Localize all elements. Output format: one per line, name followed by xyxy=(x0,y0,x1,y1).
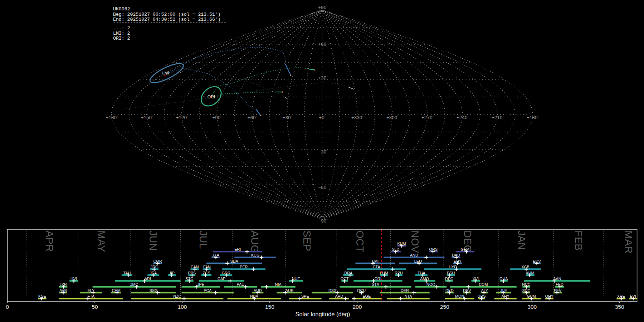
svg-text:OCT: OCT xyxy=(354,230,366,253)
svg-text:UK0062: UK0062 xyxy=(113,6,130,12)
svg-text:ORS: ORS xyxy=(429,247,438,252)
svg-text:AUG: AUG xyxy=(249,230,260,253)
svg-text:GEM: GEM xyxy=(461,247,470,252)
svg-text:150: 150 xyxy=(265,304,274,310)
svg-text:KSE: KSE xyxy=(38,294,46,298)
svg-text:AHY: AHY xyxy=(502,294,509,298)
svg-text:NTA: NTA xyxy=(405,294,413,298)
svg-text:250: 250 xyxy=(440,304,449,310)
svg-text:+300°: +300° xyxy=(386,115,399,120)
svg-text:200: 200 xyxy=(352,304,362,310)
svg-text:GDR: GDR xyxy=(222,271,230,275)
svg-text:+180°: +180° xyxy=(527,115,539,120)
svg-text:COM: COM xyxy=(479,282,488,287)
svg-text:THA: THA xyxy=(418,271,425,275)
svg-text:JAN: JAN xyxy=(516,230,527,250)
svg-text:ARI: ARI xyxy=(145,277,151,281)
svg-text:DRA: DRA xyxy=(344,271,353,275)
svg-text:SPE: SPE xyxy=(301,294,309,298)
svg-text:PAU: PAU xyxy=(237,282,244,287)
svg-text:FEV: FEV xyxy=(554,288,562,293)
svg-text:JUL: JUL xyxy=(197,230,209,249)
svg-text:350: 350 xyxy=(615,304,624,310)
svg-text:CTA: CTA xyxy=(373,265,381,269)
svg-text:------------------------------: ---------------------------------------- xyxy=(113,20,226,25)
svg-text:+90°: +90° xyxy=(212,115,221,120)
svg-text:...: 2: ...: 2 xyxy=(113,25,130,31)
svg-text:MON: MON xyxy=(455,294,464,298)
svg-text:LMI: 2: LMI: 2 xyxy=(113,31,130,36)
svg-text:NZC: NZC xyxy=(173,294,181,298)
svg-text:+90°: +90° xyxy=(318,5,327,10)
svg-text:XCB: XCB xyxy=(522,265,530,269)
svg-text:ZCS: ZCS xyxy=(203,271,210,275)
svg-text:ORI: ORI xyxy=(208,94,215,99)
svg-text:CAM: CAM xyxy=(112,288,121,293)
svg-text:AND: AND xyxy=(410,253,418,257)
svg-text:+270°: +270° xyxy=(421,115,434,120)
svg-text:APR: APR xyxy=(44,230,55,252)
svg-text:MAR: MAR xyxy=(623,230,634,253)
svg-text:+330°: +330° xyxy=(351,115,364,120)
svg-text:−60°: −60° xyxy=(318,185,327,190)
svg-text:+60°: +60° xyxy=(248,115,257,120)
svg-text:LYR: LYR xyxy=(59,282,67,287)
svg-text:DSX: DSX xyxy=(328,288,336,293)
svg-text:TAH: TAH xyxy=(123,271,131,275)
svg-text:NOO: NOO xyxy=(426,282,435,287)
svg-text:300: 300 xyxy=(527,304,537,310)
svg-text:−30°: −30° xyxy=(318,149,327,155)
svg-text:SSG: SSG xyxy=(150,288,158,293)
svg-text:XUM: XUM xyxy=(526,271,535,275)
svg-text:+30°: +30° xyxy=(318,75,327,80)
svg-text:NUE: NUE xyxy=(292,277,300,281)
svg-text:ALY: ALY xyxy=(481,288,488,293)
svg-text:AUR: AUR xyxy=(286,288,294,293)
svg-text:ARD: ARD xyxy=(335,294,343,298)
svg-text:DSV: DSV xyxy=(463,288,471,293)
svg-text:LEO: LEO xyxy=(414,259,422,263)
svg-text:LMI: LMI xyxy=(162,71,169,75)
svg-text:SEP: SEP xyxy=(301,230,313,251)
svg-text:50: 50 xyxy=(92,304,98,310)
svg-text:NIA: NIA xyxy=(275,282,282,287)
svg-text:JUN: JUN xyxy=(147,230,159,250)
svg-text:+180°: +180° xyxy=(106,115,118,120)
svg-text:PCA: PCA xyxy=(204,288,212,293)
svg-text:+120°: +120° xyxy=(176,115,188,120)
svg-text:KCG: KCG xyxy=(251,253,259,257)
svg-text:Beg: 20251027 00:52:00 (sol =: Beg: 20251027 00:52:00 (sol = 213.51°) xyxy=(113,12,221,17)
svg-text:QUA: QUA xyxy=(499,277,508,281)
svg-text:MAY: MAY xyxy=(96,230,107,252)
svg-text:JPE: JPE xyxy=(197,282,204,287)
svg-text:+30°: +30° xyxy=(283,115,292,120)
svg-text:+210°: +210° xyxy=(492,115,504,120)
svg-text:CAP: CAP xyxy=(218,277,225,281)
svg-text:NOV: NOV xyxy=(409,230,421,253)
svg-text:−90°: −90° xyxy=(318,218,327,224)
svg-text:FTA: FTA xyxy=(88,294,95,298)
svg-text:OER: OER xyxy=(400,288,409,293)
svg-text:+150°: +150° xyxy=(141,115,153,120)
svg-text:ORI: 2: ORI: 2 xyxy=(113,36,130,41)
svg-text:AMO: AMO xyxy=(420,277,429,281)
svg-text:+240°: +240° xyxy=(457,115,469,120)
svg-text:STA: STA xyxy=(372,282,379,287)
svg-text:PSU: PSU xyxy=(447,271,455,275)
svg-text:SDA: SDA xyxy=(230,259,239,263)
svg-text:HYD: HYD xyxy=(449,265,457,269)
svg-text:+60°: +60° xyxy=(318,42,327,47)
svg-text:100: 100 xyxy=(178,304,187,310)
svg-text:FEB: FEB xyxy=(573,230,584,250)
svg-text:ERI: ERI xyxy=(234,247,241,252)
svg-text:JMC: JMC xyxy=(130,282,138,287)
svg-text:EGE: EGE xyxy=(362,294,371,298)
svg-text:Solar longitude (deg): Solar longitude (deg) xyxy=(295,311,350,317)
svg-text:ORI: ORI xyxy=(375,277,381,281)
svg-text:PER: PER xyxy=(240,265,248,269)
svg-text:0: 0 xyxy=(6,304,9,310)
